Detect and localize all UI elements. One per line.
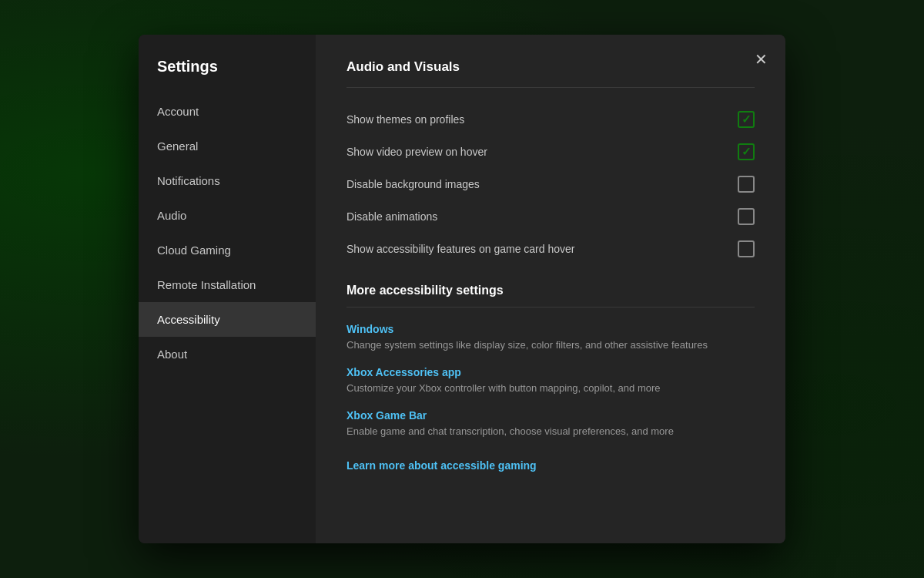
sidebar: Settings Account General Notifications A…	[139, 35, 316, 543]
sidebar-item-notifications[interactable]: Notifications	[139, 163, 316, 198]
sidebar-item-about[interactable]: About	[139, 337, 316, 371]
show-accessibility-checkbox[interactable]	[738, 240, 755, 257]
settings-title: Settings	[139, 50, 316, 94]
xbox-game-bar-desc: Enable game and chat transcription, choo…	[346, 425, 755, 439]
disable-bg-label: Disable background images	[346, 178, 480, 190]
sidebar-item-audio[interactable]: Audio	[139, 198, 316, 233]
sidebar-item-account[interactable]: Account	[139, 94, 316, 129]
section-title: Audio and Visuals	[346, 59, 755, 75]
disable-bg-checkbox[interactable]	[738, 176, 755, 193]
sidebar-item-cloud-gaming[interactable]: Cloud Gaming	[139, 233, 316, 267]
show-video-label: Show video preview on hover	[346, 146, 487, 158]
xbox-game-bar-link[interactable]: Xbox Game Bar	[346, 409, 755, 422]
setting-row-show-accessibility: Show accessibility features on game card…	[346, 233, 755, 265]
learn-more-link[interactable]: Learn more about accessible gaming	[346, 459, 537, 472]
sidebar-item-accessibility[interactable]: Accessibility	[139, 302, 316, 337]
disable-animations-checkbox[interactable]	[738, 208, 755, 225]
sidebar-item-general[interactable]: General	[139, 129, 316, 163]
link-item-xbox-accessories: Xbox Accessories app Customize your Xbox…	[346, 366, 755, 395]
setting-row-disable-bg: Disable background images	[346, 168, 755, 200]
show-video-checkbox[interactable]	[738, 143, 755, 160]
show-themes-checkbox[interactable]	[738, 111, 755, 128]
more-accessibility-divider	[346, 307, 755, 307]
sidebar-item-remote-installation[interactable]: Remote Installation	[139, 267, 316, 302]
windows-desc: Change system settings like display size…	[346, 338, 755, 352]
main-content: ✕ Audio and Visuals Show themes on profi…	[316, 35, 785, 543]
disable-animations-label: Disable animations	[346, 210, 437, 223]
xbox-accessories-desc: Customize your Xbox controller with butt…	[346, 381, 755, 395]
settings-dialog: Settings Account General Notifications A…	[139, 35, 785, 543]
link-item-xbox-game-bar: Xbox Game Bar Enable game and chat trans…	[346, 409, 755, 439]
more-accessibility-title: More accessibility settings	[346, 284, 755, 297]
windows-link[interactable]: Windows	[346, 323, 755, 335]
link-item-windows: Windows Change system settings like disp…	[346, 323, 755, 352]
setting-row-show-video: Show video preview on hover	[346, 136, 755, 168]
show-accessibility-label: Show accessibility features on game card…	[346, 243, 574, 255]
close-button[interactable]: ✕	[748, 47, 773, 72]
section-divider	[346, 87, 755, 88]
setting-row-show-themes: Show themes on profiles	[346, 103, 755, 136]
xbox-accessories-link[interactable]: Xbox Accessories app	[346, 366, 755, 378]
setting-row-disable-animations: Disable animations	[346, 200, 755, 233]
show-themes-label: Show themes on profiles	[346, 113, 464, 126]
